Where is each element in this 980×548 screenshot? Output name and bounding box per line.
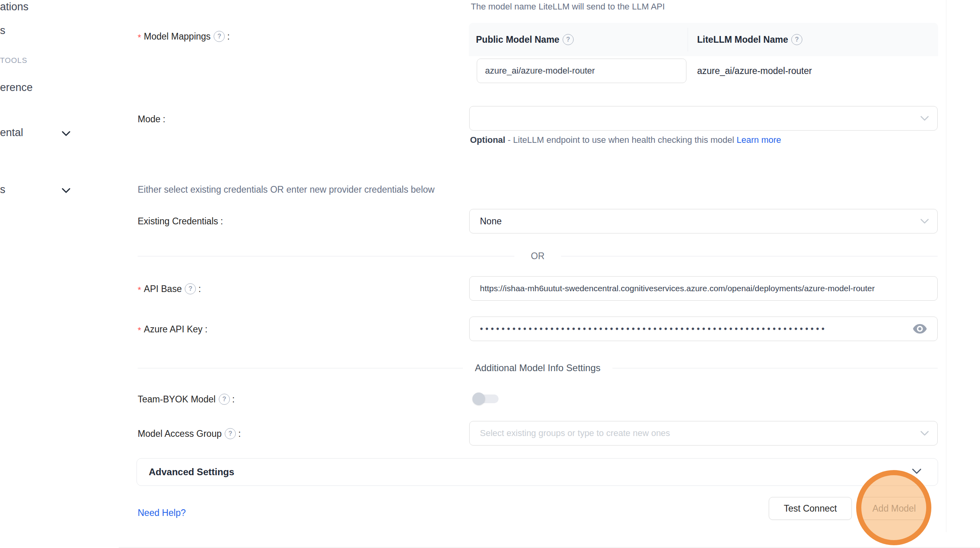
api-base-field — [469, 276, 938, 301]
learn-more-link[interactable]: Learn more — [737, 135, 781, 145]
model-access-group-label: Model Access Group ? : — [138, 427, 241, 440]
help-icon[interactable]: ? — [185, 283, 196, 294]
mode-help-text: Optional - LiteLLM endpoint to use when … — [470, 132, 802, 148]
content-right-border — [946, 0, 946, 532]
help-icon[interactable]: ? — [791, 34, 802, 45]
sidebar: ations s TOOLS erence ental s — [0, 0, 119, 548]
need-help-link[interactable]: Need Help? — [138, 508, 186, 518]
advanced-settings-panel[interactable]: Advanced Settings — [136, 458, 938, 486]
additional-settings-divider: Additional Model Info Settings — [138, 362, 938, 374]
test-connect-button[interactable]: Test Connect — [769, 497, 852, 520]
model-mappings-label: * Model Mappings ? : — [138, 30, 230, 43]
add-model-button[interactable]: Add Model — [859, 497, 929, 520]
placeholder-text: Select existing groups or type to create… — [480, 428, 670, 438]
sidebar-item[interactable]: erence — [0, 82, 33, 94]
sidebar-section-label: TOOLS — [0, 56, 27, 65]
existing-credentials-label: Existing Credentials : — [138, 215, 223, 228]
column-header-public-model-name: Public Model Name ? — [476, 23, 574, 56]
chevron-down-icon — [920, 428, 929, 439]
mode-label: Mode : — [138, 113, 165, 125]
help-icon[interactable]: ? — [563, 34, 574, 45]
help-icon[interactable]: ? — [225, 428, 236, 439]
table-header: Public Model Name ? LiteLLM Model Name ? — [469, 23, 938, 56]
chevron-down-icon — [912, 468, 922, 476]
add-model-form: The model name LiteLLM will send to the … — [119, 0, 946, 548]
sidebar-item-expandable[interactable]: ental — [0, 127, 119, 139]
public-model-name-input[interactable] — [477, 59, 686, 83]
existing-credentials-select[interactable]: None — [469, 209, 938, 233]
api-base-input[interactable] — [480, 284, 929, 293]
required-marker: * — [138, 325, 141, 336]
or-divider: OR — [138, 251, 938, 262]
chevron-down-icon — [920, 113, 929, 124]
help-icon[interactable]: ? — [214, 31, 225, 42]
litellm-model-name-value: azure_ai/azure-model-router — [697, 59, 812, 83]
credentials-note: Either select existing credentials OR en… — [138, 184, 434, 195]
content-bottom-border — [119, 547, 980, 548]
team-byok-toggle[interactable] — [472, 393, 499, 405]
api-base-label: * API Base ? : — [138, 283, 201, 295]
masked-api-key: ••••••••••••••••••••••••••••••••••••••••… — [480, 324, 860, 334]
team-byok-label: Team-BYOK Model ? : — [138, 393, 235, 406]
model-access-group-select[interactable]: Select existing groups or type to create… — [469, 421, 938, 446]
sidebar-item[interactable]: ations — [0, 1, 28, 13]
chevron-down-icon — [60, 185, 72, 197]
eye-icon[interactable] — [913, 324, 927, 334]
azure-api-key-field[interactable]: ••••••••••••••••••••••••••••••••••••••••… — [469, 317, 938, 341]
sidebar-item[interactable]: s — [0, 25, 6, 37]
model-mappings-table: Public Model Name ? LiteLLM Model Name ?… — [469, 23, 938, 88]
column-header-litellm-model-name: LiteLLM Model Name ? — [697, 23, 802, 56]
mode-select[interactable] — [469, 106, 938, 131]
required-marker: * — [138, 32, 141, 43]
required-marker: * — [138, 285, 141, 295]
model-name-note: The model name LiteLLM will send to the … — [471, 2, 665, 12]
chevron-down-icon — [920, 216, 929, 227]
azure-api-key-label: * Azure API Key : — [138, 323, 207, 336]
help-icon[interactable]: ? — [219, 394, 230, 405]
sidebar-item-expandable[interactable]: s — [0, 184, 119, 196]
chevron-down-icon — [60, 128, 72, 140]
column-divider — [688, 28, 688, 51]
